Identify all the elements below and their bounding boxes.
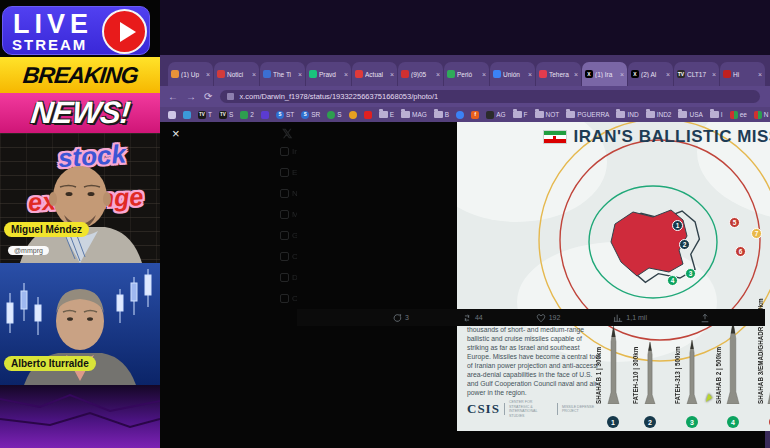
bookmark-grid[interactable] [168,111,176,119]
bookmark-sr[interactable]: SSR [301,111,320,119]
tab-close-icon[interactable]: × [206,71,210,78]
browser-tab--2-al[interactable]: X(2) Al× [628,62,673,86]
tab-close-icon[interactable]: × [758,71,762,78]
bookmark-ag[interactable]: AG [486,111,505,119]
bookmark-s[interactable]: TVS [219,111,233,119]
stream-label: STREAM [12,36,87,53]
tab-close-icon[interactable]: × [344,71,348,78]
square-icon [364,111,372,119]
bookmark-ind2[interactable]: IND2 [646,111,672,118]
bookmark-t[interactable]: TVT [198,111,212,119]
browser-tab-pravd[interactable]: Pravd× [306,62,351,86]
tweet-action-bar: 3441921,1 mil [297,309,765,326]
bookmark-circle[interactable] [349,111,357,119]
bookmark-ee[interactable]: ee [730,111,747,119]
x-sidebar-item-comu[interactable]: Comu [260,246,297,267]
live-stream-badge: LIVE STREAM [2,6,150,55]
breaking-label: BREAKING [21,62,139,89]
tab-close-icon[interactable]: × [712,71,716,78]
bookmark-2[interactable]: 2 [240,111,254,119]
x-sidebar-label: Mens [292,210,297,219]
browser-tab--9-05[interactable]: (9)05× [398,62,443,86]
tab-favicon [493,70,501,78]
bookmark-n[interactable]: N [754,111,769,119]
browser-tab-uni-n[interactable]: Unión× [490,62,535,86]
tab-title: The Ti [273,71,297,78]
bookmark-pguerra[interactable]: PGUERRA [566,111,609,118]
missile-3 [682,340,702,408]
bookmark-square[interactable] [261,111,269,119]
bookmark-ind[interactable]: IND [616,111,638,118]
tab-close-icon[interactable]: × [528,71,532,78]
browser-tab-hi[interactable]: Hi× [720,62,765,86]
x-sidebar-item-de or[interactable]: De or [260,267,297,288]
x-sidebar-label: Comu [292,252,297,261]
person-icon [280,294,289,303]
forward-icon[interactable]: → [186,91,196,102]
bookmark-usa[interactable]: USA [678,111,702,118]
x-sidebar-label: Grok [292,231,297,240]
tab-close-icon[interactable]: × [390,71,394,78]
like-button[interactable]: 192 [536,313,561,323]
bookmark-square[interactable] [364,111,372,119]
bookmark-i[interactable]: I [710,111,723,118]
circle-icon [327,111,335,119]
tab-close-icon[interactable]: × [252,71,256,78]
square-icon: TV [219,111,227,119]
tab-close-icon[interactable]: × [620,71,624,78]
square-icon [261,111,269,119]
infographic-title: IRAN'S BALLISTIC MISSILES [574,127,770,147]
folder-icon [434,111,443,118]
back-icon[interactable]: ← [168,91,178,102]
url-bar[interactable]: x.com/Darwin_f1978/status/19332256637516… [220,90,760,103]
iran-missiles-infographic[interactable]: IRAN'S BALLISTIC MISSILES Iran possesses… [457,122,770,431]
missile-number-badge-3: 3 [686,416,698,428]
map-range-badge-2: 2 [679,239,690,250]
tab-close-icon[interactable]: × [436,71,440,78]
tab-title: Unión [503,71,527,78]
x-sidebar-item-explo[interactable]: Explo [260,162,297,183]
browser-tab-notici[interactable]: Notici× [214,62,259,86]
browser-tab--1-ira[interactable]: X(1) Ira× [582,62,627,86]
bookmark-f[interactable]: F [513,111,528,118]
csis-logo: CSIS [467,401,500,417]
people-icon [280,252,289,261]
bookmark-mag[interactable]: MAG [401,111,427,118]
bookmark-s[interactable]: S [327,111,341,119]
x-sidebar-item-mens[interactable]: Mens [260,204,297,225]
repost-button[interactable]: 44 [462,313,483,323]
tab-close-icon[interactable]: × [482,71,486,78]
x-sidebar-item-grok[interactable]: Grok [260,225,297,246]
x-sidebar-item-inicio[interactable]: Inicio [260,141,297,162]
tab-close-icon[interactable]: × [298,71,302,78]
webcam-miguel: stock exchange Miguel Méndez @mmprg [0,133,160,263]
bookmark-not[interactable]: NOT [535,111,560,118]
browser-tab--1-up[interactable]: (1) Up× [168,62,213,86]
bookmark-b[interactable]: B [434,111,449,118]
browser-tab-actual[interactable]: Actual× [352,62,397,86]
bookmark-square[interactable] [183,111,191,119]
bookmark-e[interactable]: E [379,111,394,118]
browser-tab-tehera[interactable]: Tehera× [536,62,581,86]
host-name-tag: Miguel Méndez [4,222,89,237]
browser-tab-peri-[interactable]: Perió× [444,62,489,86]
browser-window: (1) Up×Notici×The Ti×Pravd×Actual×(9)05×… [160,0,770,448]
reload-icon[interactable]: ⟳ [204,91,212,102]
close-icon[interactable]: × [172,126,180,141]
bookmark-st[interactable]: SST [276,111,294,119]
bookmark-circle[interactable] [456,111,464,119]
play-icon [102,9,147,54]
bookmark-square[interactable]: f [471,111,479,119]
share-button[interactable] [700,313,710,323]
reply-button[interactable]: 3 [392,313,409,323]
x-sidebar-item-orga[interactable]: Orga [260,288,297,309]
views-button[interactable]: 1,1 mil [613,313,647,323]
tab-close-icon[interactable]: × [574,71,578,78]
browser-tab-the-ti[interactable]: The Ti× [260,62,305,86]
browser-tab-clt17[interactable]: TVCLT17× [674,62,719,86]
site-icon [227,93,234,100]
webcam-alberto: Alberto Iturralde [0,263,160,385]
x-sidebar-item-notifi[interactable]: Notifi [260,183,297,204]
tab-favicon [171,70,179,78]
tab-close-icon[interactable]: × [666,71,670,78]
